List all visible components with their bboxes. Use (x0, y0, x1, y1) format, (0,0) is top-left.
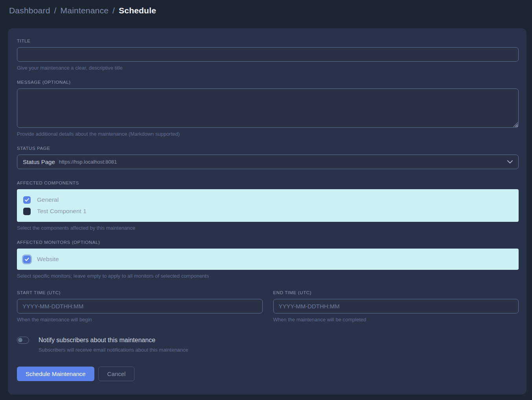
message-label: MESSAGE (OPTIONAL) (17, 80, 519, 85)
checkbox-general-label: General (37, 196, 59, 203)
notify-section: Notify subscribers about this maintenanc… (17, 337, 519, 353)
notify-toggle[interactable] (17, 337, 29, 344)
toggle-knob (18, 338, 22, 342)
affected-monitors-panel: Website (17, 249, 519, 270)
affected-components-field-group: AFFECTED COMPONENTS General Test Compone… (17, 181, 519, 231)
top-bar: Dashboard / Maintenance / Schedule (0, 0, 532, 20)
affected-monitors-help-text: Select specific monitors; leave empty to… (17, 273, 519, 279)
cancel-button[interactable]: Cancel (98, 367, 135, 381)
schedule-maintenance-form-card: TITLE Give your maintenance a clear, des… (8, 28, 526, 394)
checkbox-test-component-1-label: Test Component 1 (37, 208, 87, 215)
end-time-input[interactable] (273, 299, 519, 313)
breadcrumb-separator: / (54, 6, 57, 15)
notify-toggle-row[interactable]: Notify subscribers about this maintenanc… (17, 337, 519, 344)
title-field-group: TITLE Give your maintenance a clear, des… (17, 39, 519, 71)
end-time-help-text: When the maintenance will be completed (273, 317, 519, 323)
affected-components-label: AFFECTED COMPONENTS (17, 181, 519, 185)
title-help-text: Give your maintenance a clear, descripti… (17, 65, 519, 71)
breadcrumb-dashboard[interactable]: Dashboard (9, 6, 50, 15)
message-textarea[interactable] (17, 88, 519, 128)
checkbox-test-component-1[interactable] (23, 208, 31, 215)
checkbox-website-label: Website (37, 256, 59, 263)
affected-monitors-field-group: AFFECTED MONITORS (OPTIONAL) Website Sel… (17, 240, 519, 279)
time-fields-row: START TIME (UTC) When the maintenance wi… (17, 290, 519, 323)
status-page-selected-name: Status Page (23, 159, 55, 165)
notify-toggle-label: Notify subscribers about this maintenanc… (39, 337, 155, 344)
title-label: TITLE (17, 39, 519, 43)
breadcrumb: Dashboard / Maintenance / Schedule (9, 6, 156, 15)
form-actions: Schedule Maintenance Cancel (17, 367, 519, 381)
schedule-maintenance-button[interactable]: Schedule Maintenance (17, 367, 94, 381)
affected-monitors-label: AFFECTED MONITORS (OPTIONAL) (17, 240, 519, 245)
message-help-text: Provide additional details about the mai… (17, 131, 519, 137)
notify-help-text: Subscribers will receive email notificat… (39, 347, 519, 353)
end-time-field-group: END TIME (UTC) When the maintenance will… (273, 290, 519, 323)
start-time-input[interactable] (17, 299, 263, 313)
start-time-field-group: START TIME (UTC) When the maintenance wi… (17, 290, 263, 323)
chevron-down-icon (507, 160, 513, 164)
affected-components-help-text: Select the components affected by this m… (17, 225, 519, 231)
status-page-select[interactable]: Status Page https://hsp.localhost:8081 (17, 155, 519, 169)
start-time-label: START TIME (UTC) (17, 290, 263, 295)
breadcrumb-separator: / (112, 6, 115, 15)
start-time-help-text: When the maintenance will begin (17, 317, 263, 323)
end-time-label: END TIME (UTC) (273, 290, 519, 295)
checkbox-website[interactable] (23, 256, 31, 263)
breadcrumb-maintenance[interactable]: Maintenance (61, 6, 109, 15)
status-page-selected-url: https://hsp.localhost:8081 (59, 159, 117, 165)
message-field-group: MESSAGE (OPTIONAL) Provide additional de… (17, 80, 519, 137)
component-option-general[interactable]: General (23, 195, 512, 205)
status-page-field-group: STATUS PAGE Status Page https://hsp.loca… (17, 146, 519, 169)
title-input[interactable] (17, 47, 519, 62)
breadcrumb-current-schedule: Schedule (119, 6, 156, 15)
status-page-label: STATUS PAGE (17, 146, 519, 151)
checkbox-general[interactable] (23, 196, 31, 204)
affected-components-panel: General Test Component 1 (17, 189, 519, 222)
monitor-option-website[interactable]: Website (23, 254, 512, 264)
component-option-test-component-1[interactable]: Test Component 1 (23, 206, 512, 216)
